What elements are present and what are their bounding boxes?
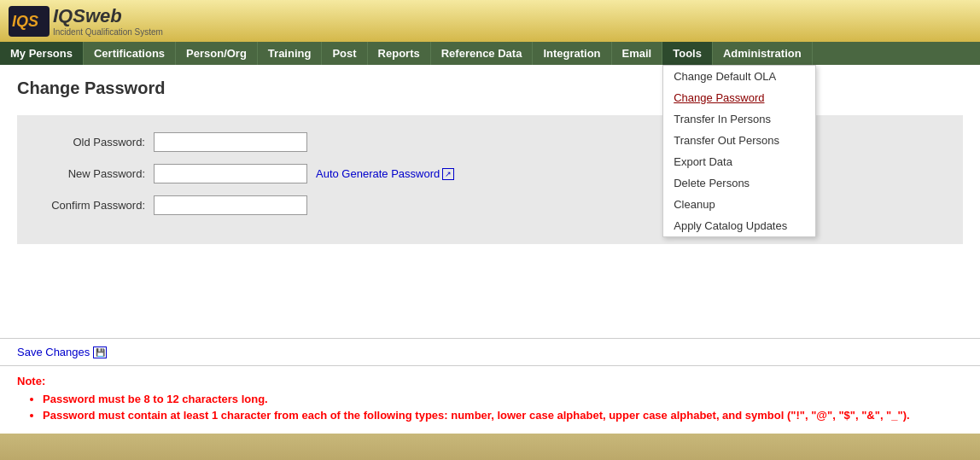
old-password-label: Old Password: [34,136,154,148]
logo-icon: IQS [9,6,50,37]
save-changes-link[interactable]: Save Changes 💾 [17,346,107,358]
sidebar-item-my-persons[interactable]: My Persons [0,42,84,65]
header: IQS IQSweb Incident Qualification System [0,0,980,42]
note-label: Note: [17,375,963,387]
app-name: IQSweb [53,5,163,27]
sidebar-item-administration[interactable]: Administration [713,42,813,65]
sidebar-item-training[interactable]: Training [258,42,323,65]
note-list: Password must be 8 to 12 characters long… [17,393,963,422]
logo-area: IQS IQSweb Incident Qualification System [9,5,163,37]
dropdown-change-default-ola[interactable]: Change Default OLA [663,66,815,87]
app-subtitle: Incident Qualification System [53,27,163,37]
dropdown-delete-persons[interactable]: Delete Persons [663,172,815,194]
sidebar-item-reference-data[interactable]: Reference Data [431,42,534,65]
confirm-password-input[interactable] [154,195,307,215]
sidebar-item-email[interactable]: Email [612,42,663,65]
confirm-password-label: Confirm Password: [34,199,154,212]
sidebar-item-post[interactable]: Post [322,42,367,65]
old-password-input[interactable] [154,132,307,152]
sidebar-item-person-org[interactable]: Person/Org [176,42,258,65]
background-texture [0,434,980,460]
svg-text:IQS: IQS [12,13,38,30]
main-content: Change Password Old Password: New Passwo… [0,65,980,338]
sidebar-item-integration[interactable]: Integration [533,42,611,65]
dropdown-transfer-out[interactable]: Transfer Out Persons [663,130,815,151]
save-icon: 💾 [93,346,107,358]
note-item-2: Password must contain at least 1 charact… [43,409,963,422]
auto-generate-link[interactable]: Auto Generate Password ↗ [316,167,454,180]
dropdown-export-data[interactable]: Export Data [663,151,815,172]
save-section: Save Changes 💾 [0,338,980,366]
note-item-1: Password must be 8 to 12 characters long… [43,393,963,405]
page-title: Change Password [17,79,963,98]
dropdown-cleanup[interactable]: Cleanup [663,194,815,215]
password-form: Old Password: New Password: Auto Generat… [17,115,963,244]
sidebar-item-reports[interactable]: Reports [368,42,431,65]
auto-generate-icon: ↗ [442,168,454,180]
notes-section: Note: Password must be 8 to 12 character… [0,366,980,434]
dropdown-transfer-in[interactable]: Transfer In Persons [663,108,815,130]
main-nav: My Persons Certifications Person/Org Tra… [0,42,980,65]
logo-text-area: IQSweb Incident Qualification System [53,5,163,37]
new-password-input[interactable] [154,164,307,183]
dropdown-change-password[interactable]: Change Password [663,87,815,108]
sidebar-item-tools[interactable]: Tools [662,42,713,65]
sidebar-item-certifications[interactable]: Certifications [84,42,176,65]
save-changes-label: Save Changes [17,346,90,358]
new-password-label: New Password: [34,167,154,180]
tools-dropdown-menu: Change Default OLA Change Password Trans… [662,65,816,237]
tools-dropdown-container: Tools Change Default OLA Change Password… [662,42,713,65]
dropdown-apply-catalog[interactable]: Apply Catalog Updates [663,215,815,236]
